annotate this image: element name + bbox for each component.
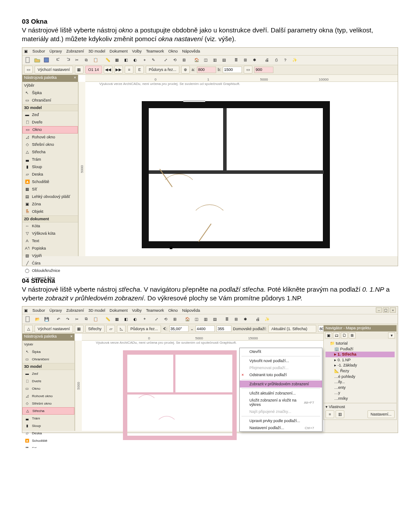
plot-icon[interactable]: ⎙ [272, 56, 280, 64]
menu-teamwork[interactable]: Teamwork [146, 49, 164, 53]
tool-deska[interactable]: ▱Deska [22, 430, 74, 437]
help-icon[interactable]: ? [281, 56, 289, 64]
nav-f2-icon[interactable]: ▥ [336, 410, 344, 418]
tool-dvere[interactable]: ⎕Dveře [22, 377, 74, 385]
copy-icon[interactable]: ⧉ [82, 315, 90, 323]
height-field[interactable] [223, 67, 242, 73]
ctx-ulozit-akt[interactable]: Uložit aktuální zobrazení... [240, 390, 322, 397]
tool-marquee[interactable]: ▭Ohraničení [22, 356, 74, 363]
tool-sit[interactable]: ▦Síť [22, 444, 74, 448]
tool-strecha[interactable]: △Střecha [22, 148, 78, 156]
tool-d-icon[interactable]: ⌖ [140, 56, 148, 64]
maximize-icon[interactable]: ▢ [383, 307, 389, 313]
layer-icon[interactable]: ≣ [232, 56, 240, 64]
tree-root[interactable]: 📁 tutorial [326, 341, 395, 346]
copy-icon[interactable]: ⧉ [82, 56, 90, 64]
menu-napoveda[interactable]: Nápověda [182, 49, 200, 53]
tree-podlazi[interactable]: 🏢 Podlaží [326, 346, 395, 352]
tool-roof-icon[interactable]: △ [24, 325, 33, 333]
tool-vyskova-kota[interactable]: ▽Výšková kóta [22, 230, 78, 237]
tree-zaklady[interactable]: ▸ -1. Základy [326, 363, 395, 368]
redo-icon[interactable] [64, 56, 72, 64]
menu-zobrazeni[interactable]: Zobrazení [66, 49, 84, 53]
grid-icon[interactable]: ⊞ [242, 56, 249, 64]
minimize-icon[interactable]: – [376, 307, 382, 313]
menu-okno[interactable]: Okno [168, 49, 178, 53]
measure-icon[interactable]: 📏 [104, 315, 112, 323]
tool-zed[interactable]: ▬Zeď [22, 111, 78, 119]
section-icon[interactable]: ▥ [202, 315, 210, 323]
undo-icon[interactable] [55, 56, 63, 64]
tool-schodiste[interactable]: 🔼Schodiště [22, 437, 74, 444]
ctx-upravit[interactable]: Upravit prvky podle podlaží... [240, 417, 322, 424]
floorplan-section-button[interactable]: Půdorys a řez... [127, 325, 161, 333]
nav-map-icon[interactable]: 🗂 [333, 332, 340, 338]
tool-popiska[interactable]: A˥Popiska [22, 245, 78, 252]
b-field[interactable] [196, 325, 215, 332]
geometry-icon[interactable]: ▱ [106, 325, 115, 333]
paste-icon[interactable]: 📋 [91, 315, 99, 323]
width-field[interactable] [197, 67, 216, 73]
tool-marquee[interactable]: ▭Ohraničení [22, 97, 78, 104]
menu-dokument[interactable]: Dokument [110, 308, 128, 313]
tool-e-icon[interactable]: ⤢ [153, 315, 161, 323]
menu-dokument[interactable]: Dokument [110, 49, 128, 53]
redo-icon[interactable]: ↷ [64, 315, 72, 323]
menu-upravy[interactable]: Úpravy [49, 49, 62, 53]
tool-zed[interactable]: ▬Zeď [22, 370, 74, 377]
tool-a-icon[interactable]: ▦ [113, 315, 121, 323]
tool-okno[interactable]: ▭Okno [22, 126, 78, 134]
tool-kota[interactable]: ↔Kóta [22, 222, 78, 230]
view-icon[interactable]: 🏠 [183, 315, 191, 323]
anchor-icon[interactable]: ⊕ [181, 66, 190, 74]
tool-arrow[interactable]: ↖Šipka [22, 348, 74, 356]
tool-text[interactable]: AText [22, 237, 78, 245]
close-icon[interactable]: × [390, 307, 396, 313]
tree-y[interactable]: …y [326, 390, 395, 396]
menu-3dmodel[interactable]: 3D model [88, 49, 105, 53]
tool-e-icon[interactable]: ✎ [150, 56, 158, 64]
tool-c-icon[interactable]: ◐ [131, 315, 139, 323]
window-type-field[interactable]: O1 14 [85, 66, 102, 74]
tool-sit[interactable]: ▦Síť [22, 186, 78, 193]
close-icon[interactable]: × [70, 334, 73, 340]
tool-d-icon[interactable]: ⌖ [140, 315, 148, 323]
tool-g-icon[interactable]: ⟲ [171, 56, 179, 64]
ctx-zobrazit[interactable]: Zobrazit v průhledovém zobrazení [240, 381, 322, 388]
print-icon[interactable]: 🖨 [254, 315, 262, 323]
reveal-e-icon[interactable]: E [135, 66, 144, 74]
tree-np[interactable]: ▸ 0. 1.NP [326, 357, 395, 363]
sill-field[interactable] [254, 67, 273, 73]
nav-layout-icon[interactable]: 🗋 [341, 332, 348, 338]
tool-schodiste[interactable]: 🔼Schodiště [22, 178, 78, 186]
tool-f-icon[interactable]: ⤢ [162, 56, 170, 64]
save-icon[interactable]: 💾 [42, 315, 50, 323]
ctx-nastaveni[interactable]: Nastavení podlaží...Ctrl+7 [240, 424, 322, 431]
nav-next-icon[interactable]: ▶▶ [114, 66, 123, 74]
ctx-otevrit[interactable]: Otevřít [240, 348, 322, 355]
tree-strecha[interactable]: ▸ 1. Střecha [326, 352, 395, 357]
grid-icon[interactable]: ⊞ [232, 315, 240, 323]
save-icon[interactable] [42, 56, 50, 64]
anchor2-icon[interactable]: ▭ [244, 66, 252, 74]
app-icon[interactable]: ▣ [24, 49, 28, 53]
cut-icon[interactable]: ✂ [73, 56, 81, 64]
menu-soubor[interactable]: Soubor [32, 49, 45, 53]
nav-menu-icon[interactable]: ▾ [388, 332, 395, 338]
tool-lehky-plast[interactable]: ▤Lehký obvodový plášť [22, 193, 78, 201]
floorplan-section-button[interactable]: Půdorys a řez... [146, 66, 179, 74]
layer-name[interactable]: Střechy [85, 325, 105, 333]
default-settings-button[interactable]: Výchozí nastavení [35, 66, 73, 74]
cut-icon[interactable]: ✂ [73, 315, 81, 323]
tree-pohledy[interactable]: …é pohledy [326, 374, 395, 380]
layer-icon[interactable]: ≣ [223, 315, 231, 323]
tool-arrow[interactable]: ↖Šipka [22, 89, 78, 97]
app-icon[interactable]: ▣ [24, 308, 28, 313]
tool-sloup[interactable]: ▮Sloup [22, 422, 74, 430]
layer-swatch[interactable]: ▦ [75, 325, 84, 333]
nastaveni-button[interactable]: Nastavení... [368, 410, 395, 418]
menu-volby[interactable]: Volby [132, 308, 142, 313]
tool-rohove-okno[interactable]: ◿Rohové okno [22, 134, 78, 141]
tool-tram[interactable]: ▃Trám [22, 415, 74, 422]
tool-tram[interactable]: ▃Trám [22, 156, 78, 163]
